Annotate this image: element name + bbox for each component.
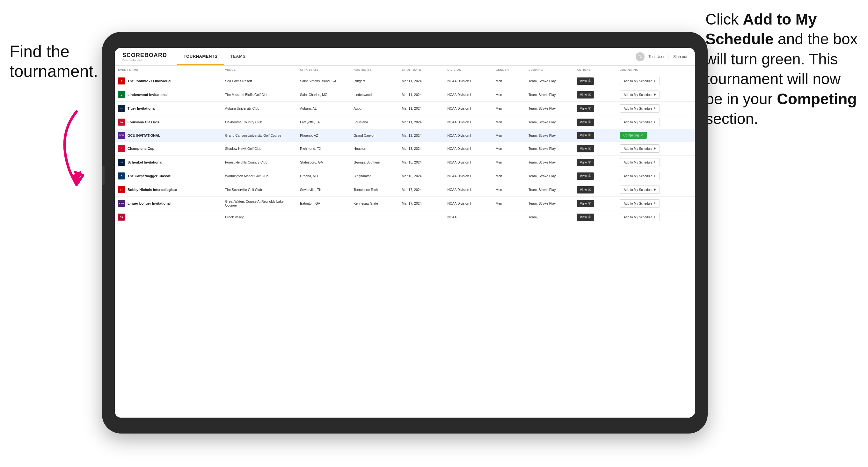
gender-cell: Men (493, 115, 525, 129)
event-name-cell: H Champions Cup (118, 145, 219, 152)
gender-cell: Men (493, 142, 525, 156)
view-button[interactable]: View ⓘ (577, 214, 594, 221)
col-header-actions: ACTIONS (574, 66, 616, 74)
add-to-schedule-button[interactable]: Add to My Schedule + (620, 172, 660, 180)
col-header-city: CITY, STATE (297, 66, 350, 74)
view-button[interactable]: View ⓘ (577, 91, 594, 98)
add-to-schedule-button[interactable]: Add to My Schedule + (620, 104, 660, 113)
add-to-schedule-button[interactable]: Add to My Schedule + (620, 213, 660, 221)
gender-cell: Men (493, 129, 525, 142)
division-cell: NCAA Division I (444, 183, 492, 197)
table-row: AU Tiger Invitational Auburn University … (115, 102, 695, 115)
event-name-text: GCU INVITATIONAL (127, 133, 160, 137)
event-name-cell: AU Tiger Invitational (118, 105, 219, 112)
user-name: Test User (648, 55, 664, 59)
view-button[interactable]: View ⓘ (577, 186, 594, 193)
division-cell: NCAA Division I (444, 156, 492, 169)
team-logo: B (118, 173, 125, 180)
actions-cell: View ⓘ (574, 156, 616, 169)
scoring-cell: Team, Stroke Play (525, 129, 574, 142)
start-date-cell: Mar 15, 2024 (399, 156, 444, 169)
city-cell: Eatonton, GA (297, 197, 350, 210)
event-name-text: Linger Longer Invitational (127, 201, 170, 205)
add-to-schedule-button[interactable]: Add to My Schedule + (620, 186, 660, 194)
col-header-venue: VENUE (222, 66, 297, 74)
gender-cell: Men (493, 156, 525, 169)
division-cell: NCAA (444, 210, 492, 224)
col-header-date: START DATE (399, 66, 444, 74)
scoring-cell: Team, Stroke Play (525, 142, 574, 156)
venue-cell: The Sevierville Golf Club (222, 183, 297, 197)
annotation-right: Click Add to My Schedule and the box wil… (706, 9, 859, 129)
logo-text: SCOREBOARD (122, 52, 167, 59)
hosted-by-cell: Rutgers (350, 74, 399, 88)
table-container: EVENT NAME VENUE CITY, STATE HOSTED BY S… (115, 66, 695, 417)
add-to-schedule-button[interactable]: Add to My Schedule + (620, 77, 660, 85)
event-name-text: Louisiana Classics (127, 120, 159, 124)
competing-cell: Add to My Schedule + (617, 169, 695, 183)
annotation-left-text: Find the tournament. (9, 42, 98, 80)
event-name-cell: L Lindenwood Invitational (118, 91, 219, 98)
competing-cell: Add to My Schedule + (617, 197, 695, 210)
add-to-schedule-button[interactable]: Add to My Schedule + (620, 199, 660, 208)
table-row: R The Johnnie - O Individual Sea Palms R… (115, 74, 695, 88)
scoring-cell: Team, Stroke Play (525, 197, 574, 210)
venue-cell: Shadow Hawk Golf Club (222, 142, 297, 156)
event-name-text: Tiger Invitational (127, 106, 156, 110)
division-cell: NCAA Division I (444, 197, 492, 210)
add-to-schedule-button[interactable]: Add to My Schedule + (620, 91, 660, 99)
add-to-schedule-button[interactable]: Add to My Schedule + (620, 118, 660, 126)
hosted-by-cell: Houston (350, 142, 399, 156)
event-name-text: Lindenwood Invitational (127, 93, 168, 97)
gender-cell: Men (493, 183, 525, 197)
actions-cell: View ⓘ (574, 197, 616, 210)
competing-cell: Add to My Schedule + (617, 142, 695, 156)
competing-cell: Add to My Schedule + (617, 88, 695, 102)
view-button[interactable]: View ⓘ (577, 105, 594, 112)
event-name-text: Champions Cup (127, 147, 154, 151)
start-date-cell: Mar 16, 2024 (399, 169, 444, 183)
competing-button[interactable]: Competing ✓ (620, 132, 647, 139)
event-name-cell: GS Schenkel Invitational (118, 159, 219, 166)
team-logo: LA (118, 119, 125, 126)
col-header-scoring: SCORING (525, 66, 574, 74)
view-button[interactable]: View ⓘ (577, 173, 594, 180)
event-name-cell: KSU Linger Longer Invitational (118, 200, 219, 207)
competing-cell: Add to My Schedule + (617, 156, 695, 169)
start-date-cell: Mar 11, 2024 (399, 74, 444, 88)
view-button[interactable]: View ⓘ (577, 77, 594, 85)
view-button[interactable]: View ⓘ (577, 159, 594, 166)
competing-cell: Add to My Schedule + (617, 102, 695, 115)
start-date-cell: Mar 11, 2024 (399, 115, 444, 129)
sign-out-link[interactable]: Sign out (673, 55, 687, 59)
gender-cell: Men (493, 102, 525, 115)
city-cell: Lafayette, LA (297, 115, 350, 129)
hosted-by-cell: Binghamton (350, 169, 399, 183)
hosted-by-cell (350, 210, 399, 224)
team-logo: AU (118, 105, 125, 112)
event-name-cell: LA Louisiana Classics (118, 119, 219, 126)
annotation-right-part1: Click (706, 11, 743, 28)
add-to-schedule-button[interactable]: Add to My Schedule + (620, 158, 660, 166)
table-row: KSU Linger Longer Invitational Great Wat… (115, 197, 695, 210)
scoring-cell: Team, Stroke Play (525, 115, 574, 129)
tablet-side-button (102, 166, 104, 185)
tab-teams[interactable]: TEAMS (224, 48, 252, 65)
add-to-schedule-button[interactable]: Add to My Schedule + (620, 145, 660, 153)
start-date-cell: Mar 17, 2024 (399, 197, 444, 210)
tab-tournaments[interactable]: TOURNAMENTS (177, 48, 224, 65)
view-button[interactable]: View ⓘ (577, 119, 594, 126)
view-button[interactable]: View ⓘ (577, 145, 594, 152)
city-cell: Urbana, MD (297, 169, 350, 183)
team-logo: KSU (118, 200, 125, 207)
actions-cell: View ⓘ (574, 169, 616, 183)
venue-cell: Auburn University Club (222, 102, 297, 115)
hosted-by-cell: Grand Canyon (350, 129, 399, 142)
start-date-cell: Mar 17, 2024 (399, 183, 444, 197)
event-name-cell: B The Carpetbagger Classic (118, 173, 219, 180)
team-logo: H (118, 145, 125, 152)
view-button[interactable]: View ⓘ (577, 200, 594, 207)
actions-cell: View ⓘ (574, 102, 616, 115)
start-date-cell (399, 210, 444, 224)
view-button[interactable]: View ⓘ (577, 132, 594, 139)
